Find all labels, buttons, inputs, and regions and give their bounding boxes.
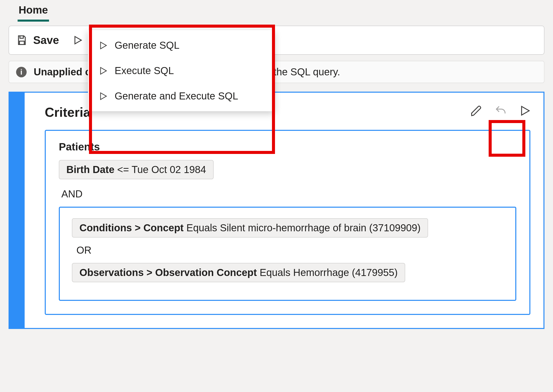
patients-label: Patients — [59, 141, 516, 153]
play-icon — [98, 91, 108, 101]
save-icon — [16, 34, 28, 46]
observation-concept-chip[interactable]: Observations > Observation Concept Equal… — [72, 263, 405, 282]
undo-button — [494, 104, 507, 118]
run-criteria-button[interactable] — [518, 104, 531, 118]
menu-item-label: Generate SQL — [115, 40, 179, 51]
chip-value: Tue Oct 02 1984 — [131, 164, 206, 175]
run-menu-generate-and-execute-sql[interactable]: Generate and Execute SQL — [88, 83, 274, 109]
chip-field: Birth Date — [66, 164, 114, 175]
run-menu-generate-sql[interactable]: Generate SQL — [88, 33, 274, 58]
run-menu-execute-sql[interactable]: Execute SQL — [88, 58, 274, 83]
chip-op: Equals — [187, 222, 217, 233]
birth-date-chip[interactable]: Birth Date <= Tue Oct 02 1984 — [59, 160, 214, 179]
criteria-outer-group: Patients Birth Date <= Tue Oct 02 1984 A… — [45, 130, 530, 315]
play-icon — [98, 66, 108, 76]
play-icon — [98, 40, 108, 50]
condition-concept-chip[interactable]: Conditions > Concept Equals Silent micro… — [72, 218, 428, 238]
tab-home[interactable]: Home — [18, 3, 49, 22]
chip-op: <= — [117, 164, 129, 175]
svg-marker-0 — [75, 36, 81, 44]
save-button[interactable]: Save — [16, 34, 59, 46]
chip-value: Silent micro-hemorrhage of brain (371099… — [220, 222, 421, 233]
tab-strip: Home — [0, 0, 553, 22]
chip-path: Conditions > Concept — [79, 222, 183, 233]
svg-marker-3 — [101, 93, 106, 99]
save-label: Save — [33, 34, 59, 46]
play-icon — [72, 35, 83, 46]
logic-and: AND — [61, 188, 516, 200]
svg-marker-2 — [101, 67, 106, 74]
chip-op: Equals — [260, 267, 290, 278]
card-accent-bar — [10, 93, 25, 328]
run-dropdown: Generate SQL Execute SQL Generate and Ex… — [88, 30, 274, 111]
criteria-inner-group: Conditions > Concept Equals Silent micro… — [59, 207, 516, 301]
edit-button[interactable] — [470, 104, 483, 118]
menu-item-label: Generate and Execute SQL — [115, 90, 238, 102]
logic-or: OR — [76, 245, 503, 256]
svg-marker-4 — [522, 106, 529, 115]
chip-path: Observations > Observation Concept — [79, 267, 257, 278]
svg-marker-1 — [101, 42, 106, 49]
criteria-card: Criteria P — [9, 92, 544, 329]
chip-value: Hemorrhage (4179955) — [293, 267, 398, 278]
criteria-actions — [470, 104, 531, 118]
menu-item-label: Execute SQL — [115, 65, 174, 76]
info-icon: i — [16, 67, 27, 77]
